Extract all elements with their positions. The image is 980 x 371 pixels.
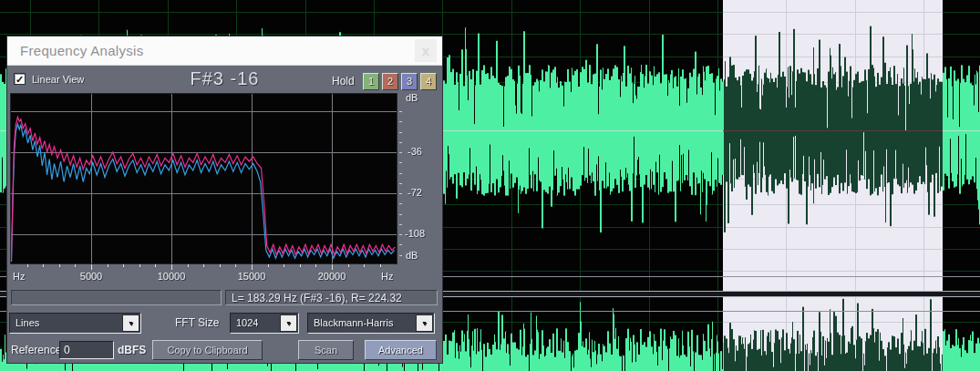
hold-button-4[interactable]: 4	[420, 73, 437, 90]
db-axis-label-36: -36	[407, 146, 422, 157]
hz-axis-label-20000: 20000	[318, 271, 346, 282]
window-function-select[interactable]: Blackmann-Harris ▼	[307, 313, 435, 334]
reference-unit-label: dBFS	[118, 344, 146, 356]
hold-button-group: 1 2 3 4	[363, 73, 437, 90]
reference-input[interactable]: 0	[59, 341, 114, 359]
chevron-down-icon[interactable]: ▼	[122, 314, 139, 332]
db-axis-top-unit: dB	[406, 92, 418, 103]
close-icon[interactable]: x	[415, 39, 437, 62]
frequency-analysis-dialog: Frequency Analysis x ✓ Linear View F#3 -…	[7, 36, 442, 363]
dialog-titlebar[interactable]: Frequency Analysis x	[7, 36, 442, 66]
hz-axis-ticks	[11, 264, 397, 271]
db-axis-label-72: -72	[407, 187, 422, 198]
note-readout: F#3 -16	[191, 68, 260, 89]
copy-to-clipboard-button[interactable]: Copy to Clipboard	[152, 340, 263, 360]
fft-size-value: 1024	[236, 317, 258, 328]
scan-button[interactable]: Scan	[298, 340, 354, 360]
window-function-value: Blackmann-Harris	[314, 317, 393, 328]
hold-label: Hold	[332, 75, 355, 88]
hz-axis-left-unit: Hz	[13, 271, 25, 282]
audio-editor-screen: Frequency Analysis x ✓ Linear View F#3 -…	[0, 0, 980, 371]
db-axis-label-108: -108	[405, 228, 425, 239]
db-axis: dB -36 -72 -108 dB	[398, 94, 440, 263]
display-mode-select[interactable]: Lines ▼	[9, 313, 141, 334]
hold-button-1[interactable]: 1	[363, 73, 379, 90]
linear-view-label: Linear View	[32, 74, 84, 85]
display-mode-value: Lines	[15, 317, 39, 328]
status-field-right: L= 183.29 Hz (F#3 -16), R= 224.32	[225, 290, 438, 305]
hz-axis-label-5000: 5000	[80, 271, 102, 282]
hold-button-3[interactable]: 3	[401, 73, 418, 90]
chevron-down-icon[interactable]: ▼	[280, 314, 297, 332]
db-axis-bottom-unit: dB	[406, 250, 418, 261]
fft-size-select[interactable]: 1024 ▼	[230, 313, 299, 334]
hold-button-2[interactable]: 2	[382, 73, 398, 90]
hz-axis-label-10000: 10000	[158, 271, 186, 282]
status-field-left	[11, 290, 222, 305]
linear-view-checkbox[interactable]: ✓	[14, 73, 26, 85]
fft-size-label: FFT Size	[175, 316, 219, 329]
spectrum-plot[interactable]	[11, 94, 397, 263]
reference-label: Reference	[11, 344, 61, 356]
hz-axis-right-unit: Hz	[381, 271, 393, 282]
dialog-title: Frequency Analysis	[20, 43, 143, 58]
advanced-button[interactable]: Advanced	[365, 340, 437, 360]
chevron-down-icon[interactable]: ▼	[416, 314, 433, 332]
hz-axis: Hz 5000 10000 15000 20000 Hz	[7, 271, 442, 283]
spectrum-curves	[11, 94, 397, 263]
hz-axis-label-15000: 15000	[238, 271, 266, 282]
